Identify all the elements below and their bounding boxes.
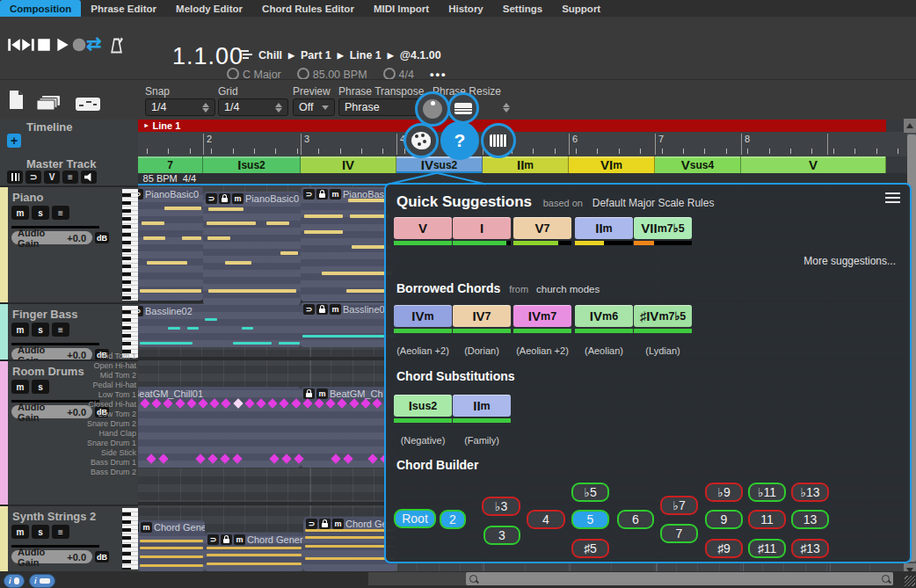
loop-icon[interactable]: ⊃ [306,519,317,529]
chord-chip-button[interactable]: ♯IVm7♭5 [634,305,692,327]
track-menu-button[interactable]: ≡ [52,206,69,220]
mute-icon[interactable]: m [330,189,341,200]
track-header[interactable]: Synth Strings 2 m s ≡ Audio Gain+0.0 dB [0,505,138,571]
menu-tab[interactable]: MIDI Import [364,0,439,17]
keyboard-tool-button[interactable] [447,92,479,124]
rules-source[interactable]: Default Major Scale Rules [592,197,715,209]
mute-button[interactable]: m [11,206,29,220]
grid-select[interactable]: 1/4 [218,98,288,116]
loop-icon[interactable]: ⊃ [303,189,315,200]
lock-icon[interactable] [316,189,328,200]
borrowed-source[interactable]: church modes [536,284,600,294]
chord-chip-button[interactable]: IVm [394,305,452,327]
breadcrumb-position[interactable]: @4.1.00 [400,49,441,62]
breadcrumb-song[interactable]: Chill [258,49,282,62]
mute-icon[interactable]: m [316,388,328,399]
loop-icon[interactable]: ⇄ [86,33,102,54]
builder-degree-button[interactable]: 5 [571,510,609,529]
add-line-button[interactable]: + [7,134,21,148]
resize-spinner-icon[interactable] [503,103,510,113]
chord-segment[interactable]: Isus2 [203,156,301,173]
lock-icon[interactable] [138,522,139,533]
chord-chip-button[interactable]: I [453,217,511,239]
mute-icon[interactable]: m [234,534,245,545]
builder-degree-button[interactable]: 9 [705,510,743,529]
help-button[interactable]: ? [440,121,479,160]
phrase-resize-spinner[interactable] [492,98,515,116]
chord-chip-button[interactable]: IVm7 [513,305,571,327]
builder-degree-button[interactable]: 3 [483,526,520,545]
preview-select[interactable]: Off [293,98,335,116]
builder-degree-button[interactable]: ♭13 [791,483,829,502]
audio-gain-pill[interactable]: Audio Gain+0.0 [11,550,92,563]
loop-icon[interactable]: ⊃ [207,534,219,545]
builder-degree-button[interactable]: ♯5 [571,539,609,558]
chord-segment[interactable]: 7 [138,156,203,173]
solo-button[interactable]: s [32,206,49,220]
builder-degree-button[interactable]: ♯9 [705,539,743,558]
master-instrument-button[interactable] [7,171,23,184]
knob-tool-button[interactable] [415,91,450,127]
loop-icon[interactable]: ⊃ [138,189,143,200]
builder-degree-button[interactable]: ♭9 [705,483,743,502]
mute-button[interactable]: m [11,380,29,394]
snap-spinner-icon[interactable] [202,103,209,113]
chord-segment[interactable]: V [741,156,886,173]
builder-degree-button[interactable]: Root [394,509,436,528]
panel-menu-icon[interactable] [885,192,900,203]
solo-button[interactable]: s [32,323,49,337]
clip[interactable]: ⊃mBassline0 [301,302,396,347]
scroll-up-button[interactable] [904,119,916,133]
palette-tool-button[interactable] [403,123,439,158]
menu-tab[interactable]: Melody Editor [166,0,252,17]
loop-icon[interactable]: ⊃ [303,304,315,315]
builder-degree-button[interactable]: 7 [660,524,698,543]
new-phrase-icon[interactable] [9,91,24,109]
builder-degree-button[interactable]: ♭5 [571,483,609,502]
clip[interactable]: ⊃mPianoBasic0 [203,192,301,305]
builder-degree-button[interactable]: 6 [617,510,654,529]
chord-chip-button[interactable]: IVm6 [575,305,633,327]
lock-icon[interactable] [303,388,315,399]
keyboard-info-button[interactable]: i [29,574,55,588]
piano-keys-strip[interactable] [122,189,138,301]
track-menu-button[interactable]: ≡ [52,525,69,539]
mouse-info-button[interactable]: i [4,574,25,588]
clip[interactable]: ⊃mPianoBas [301,187,396,301]
master-loop-button[interactable]: ⊃ [25,171,41,184]
chord-chip-button[interactable]: V [394,217,452,239]
zoom-handle-right-icon[interactable] [882,575,890,583]
clip[interactable]: ⊃mChord Gener [205,533,303,571]
mute-icon[interactable]: m [141,522,152,533]
horizontal-scrollbar-thumb[interactable] [466,572,893,585]
instrument-tool-button[interactable] [481,123,516,158]
solo-button[interactable]: s [32,525,49,539]
track-menu-button[interactable]: ≡ [52,323,69,337]
clip[interactable]: ⊃mChord Ge [303,517,396,571]
builder-degree-button[interactable]: ♯11 [748,539,786,558]
chord-chip-button[interactable]: V7 [513,217,571,239]
lock-icon[interactable] [221,534,232,545]
audio-gain-pill[interactable]: Audio Gain+0.0 [11,231,92,244]
chord-segment[interactable]: IV [301,156,396,173]
builder-degree-button[interactable]: 13 [791,510,829,529]
clip[interactable]: ⊃Bassline02 [138,304,301,347]
builder-degree-button[interactable]: ♭3 [482,497,520,516]
clip[interactable]: ⊃PianoBasic0 [138,187,203,301]
breadcrumb-part[interactable]: Part 1 [301,49,331,62]
chord-chip-button[interactable]: IIm [453,395,511,417]
loop-icon[interactable]: ⊃ [206,193,217,204]
grid-spinner-icon[interactable] [275,103,282,113]
mute-icon[interactable]: m [332,519,344,529]
piano-keys-strip[interactable] [122,508,138,570]
lock-icon[interactable] [219,193,230,204]
track-header[interactable]: Piano m s ≡ Audio Gain+0.0 dB [0,185,138,302]
zoom-handle-left-icon[interactable] [469,575,477,583]
menu-tab[interactable]: Phrase Editor [81,0,166,17]
mute-button[interactable]: m [11,323,29,337]
master-audio-button[interactable] [81,171,97,184]
lock-icon[interactable] [319,519,331,529]
play-icon[interactable] [55,37,70,53]
mute-icon[interactable]: m [330,304,341,315]
skip-end-icon[interactable] [20,37,36,53]
